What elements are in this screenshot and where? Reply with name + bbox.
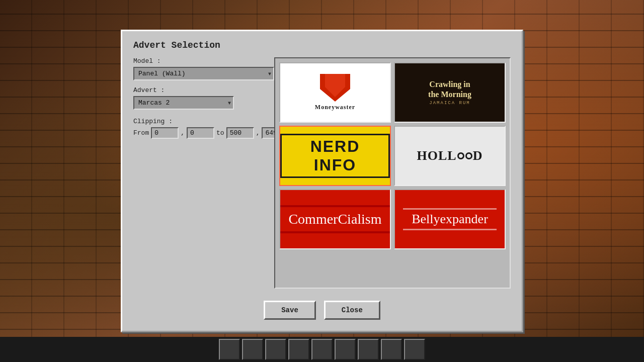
commercialism-label: CommerCialism (288, 211, 381, 227)
from-label: From (133, 129, 149, 137)
close-button[interactable]: Close (324, 301, 380, 320)
advert-grid: Moneywaster Crawling inthe Morning JAMAI… (279, 62, 506, 249)
commercialism-inner: CommerCialism (280, 205, 390, 233)
to-label: to (216, 129, 224, 137)
comma-2: , (256, 129, 260, 137)
clip-from-y[interactable] (187, 127, 214, 139)
bellyexpander-bottom-line (403, 229, 496, 230)
ad-bellyexpander: Bellyexpander (395, 190, 505, 248)
moneywaster-chevron-icon (320, 74, 350, 102)
dialog-overlay: Advert Selection Model : Panel (Wall) Pa… (0, 0, 644, 362)
bellyexpander-inner: Bellyexpander (395, 208, 505, 230)
advert-select-wrapper: Marcas 1 Marcas 2 Marcas 3 Custom ▼ (133, 96, 234, 110)
advert-grid-container: Moneywaster Crawling inthe Morning JAMAI… (274, 57, 511, 289)
advert-select[interactable]: Marcas 1 Marcas 2 Marcas 3 Custom (133, 96, 234, 110)
clip-to-x[interactable] (226, 127, 254, 139)
ad-moneywaster: Moneywaster (280, 63, 390, 122)
dialog-title: Advert Selection (133, 40, 511, 50)
model-select[interactable]: Panel (Wall) Panel (Floor) Billboard Scr… (133, 67, 274, 80)
advert-cell-moneywaster[interactable]: Moneywaster (279, 62, 391, 123)
comma-1: , (181, 129, 185, 137)
advert-cell-bellyexpander[interactable]: Bellyexpander (394, 189, 506, 249)
clip-from-x[interactable] (151, 127, 179, 139)
clipping-row: From , to , (133, 127, 264, 139)
ad-crawling: Crawling inthe Morning JAMAICA RUM (395, 63, 505, 122)
hollywood-label: HOLLD (417, 148, 483, 163)
bellyexpander-top-line (403, 208, 496, 210)
ad-commercialism: CommerCialism (280, 190, 390, 248)
advert-label: Advert : (133, 86, 264, 94)
main-content: Model : Panel (Wall) Panel (Floor) Billb… (133, 57, 511, 289)
hollywood-o1-icon (457, 152, 464, 159)
save-button[interactable]: Save (264, 301, 316, 320)
ad-nerdinfo: NERD INFO (280, 127, 390, 185)
advert-cell-commercialism[interactable]: CommerCialism (279, 189, 391, 249)
crawling-subtitle: JAMAICA RUM (429, 101, 470, 106)
advert-cell-nerdinfo[interactable]: NERD INFO (279, 126, 391, 186)
model-label: Model : (133, 57, 264, 65)
right-panel: Moneywaster Crawling inthe Morning JAMAI… (274, 57, 511, 289)
nerdinfo-label: NERD INFO (280, 134, 390, 178)
clipping-section: Clipping : From , to , (133, 118, 264, 139)
crawling-title: Crawling inthe Morning (428, 79, 471, 99)
dialog-buttons: Save Close (133, 301, 511, 320)
moneywaster-label: Moneywaster (315, 104, 355, 111)
hollywood-o2-icon (465, 152, 472, 159)
model-select-wrapper: Panel (Wall) Panel (Floor) Billboard Scr… (133, 67, 274, 80)
advert-selection-dialog: Advert Selection Model : Panel (Wall) Pa… (121, 30, 523, 332)
clipping-label: Clipping : (133, 118, 264, 125)
ad-hollywood: HOLLD (395, 127, 505, 185)
bellyexpander-label: Bellyexpander (412, 212, 488, 227)
left-panel: Model : Panel (Wall) Panel (Floor) Billb… (133, 57, 264, 289)
advert-cell-hollywood[interactable]: HOLLD (394, 126, 506, 186)
advert-cell-crawling[interactable]: Crawling inthe Morning JAMAICA RUM (394, 62, 506, 123)
